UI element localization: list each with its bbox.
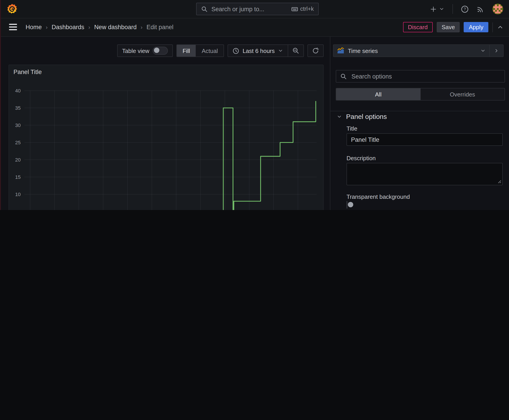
- options-search-input[interactable]: [350, 73, 501, 80]
- breadcrumb-dashboards[interactable]: Dashboards: [52, 24, 84, 30]
- refresh-control: [307, 45, 324, 57]
- mega-menu-button[interactable]: [9, 24, 17, 30]
- help-button[interactable]: ?: [461, 5, 469, 13]
- table-view-toggle-cell[interactable]: Table view: [118, 45, 172, 57]
- transparent-bg-label: Transparent background: [347, 193, 410, 200]
- breadcrumb-separator: ›: [141, 24, 143, 30]
- viz-type-label: Time series: [348, 47, 378, 54]
- svg-text:20: 20: [15, 157, 21, 163]
- breadcrumb-edit-panel: Edit panel: [146, 24, 174, 30]
- description-label: Description: [347, 155, 376, 162]
- breadcrumb-separator: ›: [46, 24, 48, 30]
- svg-text:25: 25: [15, 140, 21, 145]
- tab-all[interactable]: All: [336, 88, 420, 100]
- panel-toolbar: Table view Fill Actual Last 6 hours: [117, 45, 324, 57]
- chevron-down-icon: [439, 6, 444, 12]
- top-nav-bar: Search or jump to... ctrl+k ?: [0, 0, 509, 18]
- plus-icon: [430, 6, 437, 12]
- viz-picker: Time series: [333, 45, 504, 57]
- save-button[interactable]: Save: [437, 22, 460, 32]
- grafana-edit-panel: Search or jump to... ctrl+k ?: [0, 0, 509, 210]
- title-label: Title: [347, 125, 357, 132]
- panel-title-input[interactable]: [347, 133, 503, 146]
- zoom-out-icon: [292, 47, 299, 54]
- tab-overrides[interactable]: Overrides: [420, 88, 504, 100]
- svg-text:10: 10: [15, 192, 21, 197]
- section-panel-options[interactable]: Panel options: [337, 113, 387, 120]
- collapse-header-button[interactable]: [497, 24, 504, 30]
- new-button[interactable]: [430, 6, 444, 12]
- time-series-chart: 051015202530354015:3016:0016:3017:0017:3…: [9, 65, 323, 210]
- news-button[interactable]: [477, 5, 484, 13]
- search-icon: [340, 73, 347, 80]
- chevron-down-icon: [278, 48, 283, 53]
- divider: [492, 22, 493, 32]
- breadcrumb-home[interactable]: Home: [26, 24, 42, 30]
- panel-preview[interactable]: Panel Title 051015202530354015:3016:0016…: [8, 65, 324, 210]
- collapse-options-button[interactable]: [490, 45, 503, 57]
- svg-text:?: ?: [464, 7, 466, 11]
- table-view-label: Table view: [122, 47, 149, 54]
- search-input[interactable]: Search or jump to... ctrl+k: [196, 3, 319, 15]
- breadcrumb-separator: ›: [88, 24, 90, 30]
- time-controls: Last 6 hours: [228, 45, 304, 57]
- timeseries-viz-icon: [337, 47, 344, 54]
- page-header: Home › Dashboards › New dashboard › Edit…: [0, 18, 509, 37]
- divider: [452, 4, 453, 14]
- apply-button[interactable]: Apply: [464, 22, 488, 32]
- panel-description-input[interactable]: [347, 163, 503, 185]
- grafana-logo[interactable]: [6, 3, 18, 16]
- chevron-up-icon: [497, 24, 504, 30]
- time-range-label: Last 6 hours: [243, 47, 275, 54]
- chevron-right-icon: [494, 48, 499, 53]
- chevron-down-icon: [337, 114, 342, 119]
- viz-picker-button[interactable]: Time series: [334, 45, 489, 57]
- edit-area: Table view Fill Actual Last 6 hours: [0, 36, 330, 210]
- actual-option[interactable]: Actual: [196, 45, 224, 57]
- table-view-toggle[interactable]: [152, 47, 168, 55]
- svg-text:35: 35: [15, 105, 21, 111]
- svg-text:40: 40: [15, 88, 21, 94]
- avatar[interactable]: [492, 4, 503, 14]
- refresh-button[interactable]: [308, 45, 323, 57]
- keyboard-icon: [291, 6, 298, 12]
- discard-button[interactable]: Discard: [403, 22, 433, 32]
- zoom-out-button[interactable]: [288, 45, 304, 57]
- table-view-control: Table view: [117, 45, 173, 57]
- search-placeholder: Search or jump to...: [211, 6, 288, 12]
- chevron-down-icon: [480, 48, 486, 53]
- hamburger-icon: [9, 24, 17, 30]
- options-sidebar: Time series All Overrides Panel options: [330, 36, 509, 210]
- options-search: [336, 70, 505, 82]
- help-icon: ?: [461, 5, 469, 13]
- breadcrumb: Home › Dashboards › New dashboard › Edit…: [26, 18, 174, 36]
- options-filter-tabs: All Overrides: [336, 88, 505, 100]
- svg-text:5: 5: [18, 209, 21, 210]
- refresh-icon: [312, 47, 319, 54]
- transparent-bg-toggle[interactable]: [347, 201, 347, 209]
- svg-text:30: 30: [15, 122, 21, 128]
- search-icon: [201, 6, 208, 12]
- shortcut-hint: ctrl+k: [291, 6, 314, 12]
- rss-icon: [477, 5, 484, 13]
- svg-text:15: 15: [15, 174, 21, 180]
- clock-icon: [233, 47, 239, 54]
- fill-actual-switch: Fill Actual: [176, 45, 224, 57]
- fill-option[interactable]: Fill: [177, 45, 196, 57]
- time-range-picker[interactable]: Last 6 hours: [228, 45, 288, 57]
- breadcrumb-new-dashboard[interactable]: New dashboard: [94, 24, 137, 30]
